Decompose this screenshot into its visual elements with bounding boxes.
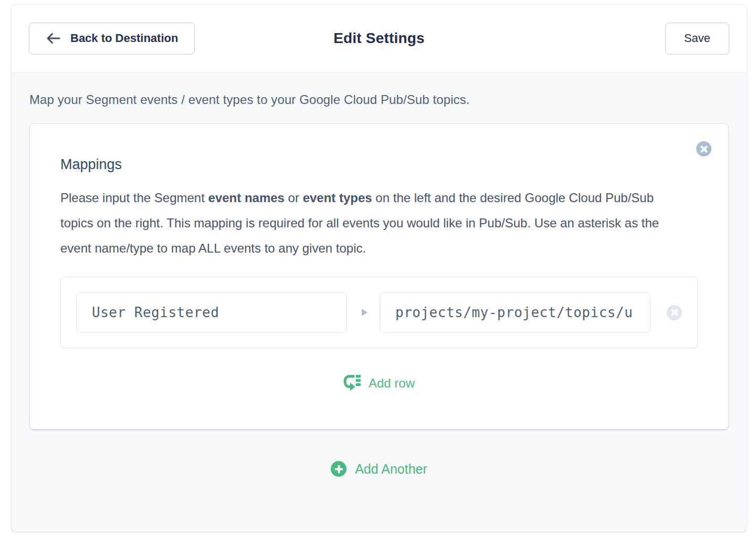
close-icon <box>700 145 708 153</box>
back-arrow-icon <box>46 32 61 45</box>
add-row-button[interactable]: Add row <box>343 374 415 392</box>
settings-panel: Back to Destination Edit Settings Save M… <box>11 4 747 532</box>
close-icon <box>671 309 678 316</box>
mappings-card: Mappings Please input the Segment event … <box>29 123 729 430</box>
add-another-label: Add Another <box>355 462 427 477</box>
description-bold-event-names: event names <box>208 191 285 205</box>
back-button-label: Back to Destination <box>70 32 178 45</box>
header-bar: Back to Destination Edit Settings Save <box>12 5 747 72</box>
event-name-input[interactable] <box>76 292 347 332</box>
add-another-button[interactable]: Add Another <box>331 461 427 477</box>
back-to-destination-button[interactable]: Back to Destination <box>29 23 195 55</box>
panel-body: Map your Segment events / event types to… <box>12 72 747 477</box>
add-row-label: Add row <box>369 376 415 391</box>
card-description: Please input the Segment event names or … <box>60 185 675 261</box>
mapping-row <box>60 277 698 348</box>
add-row-icon <box>343 374 361 392</box>
description-bold-event-types: event types <box>303 191 372 205</box>
intro-text: Map your Segment events / event types to… <box>29 92 729 107</box>
plus-icon <box>331 461 346 477</box>
card-title: Mappings <box>60 156 698 173</box>
row-remove-button[interactable] <box>667 305 682 320</box>
save-button[interactable]: Save <box>665 23 729 55</box>
arrow-right-icon <box>362 309 368 316</box>
card-remove-button[interactable] <box>696 141 711 156</box>
topic-input[interactable] <box>380 292 650 332</box>
